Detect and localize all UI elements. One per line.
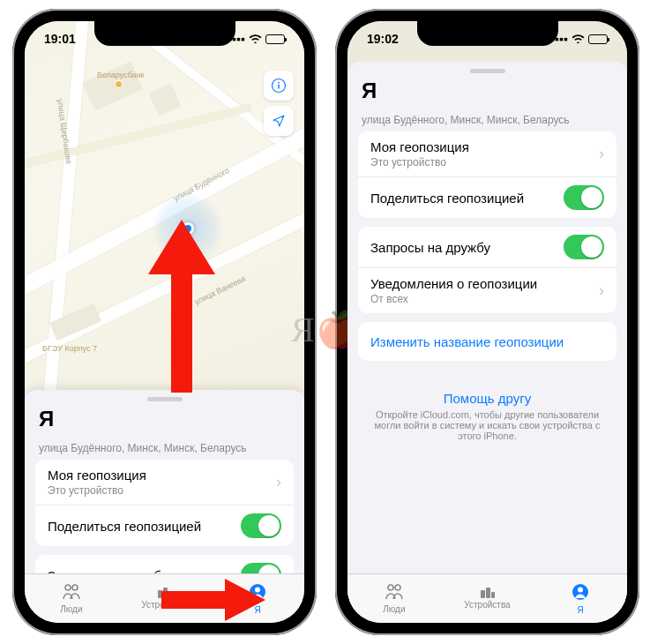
person-circle-icon: [572, 583, 589, 603]
chevron-right-icon: ›: [276, 473, 281, 491]
people-icon: [61, 584, 82, 603]
row-label: Поделиться геопозицией: [48, 519, 201, 534]
tab-label: Я: [578, 605, 584, 615]
row-location-notifications[interactable]: Уведомления о геопозиции От всех ›: [358, 267, 616, 313]
help-desc: Откройте iCloud.com, чтобы другие пользо…: [369, 409, 606, 441]
row-share-location[interactable]: Поделиться геопозицией: [35, 505, 294, 546]
wifi-icon: [249, 32, 262, 46]
row-label: Моя геопозиция: [370, 139, 469, 154]
people-icon: [384, 584, 405, 603]
status-time: 19:01: [44, 32, 76, 46]
row-rename-location[interactable]: Изменить название геопозиции: [358, 322, 616, 361]
battery-icon: [265, 34, 285, 44]
svg-point-3: [65, 585, 71, 590]
row-label: Моя геопозиция: [48, 468, 146, 483]
screen-left: 19:01 ▪▪▪▪ Беларусбанк улица Будённого у…: [25, 21, 304, 623]
screen-right: 19:02 ▪▪▪▪ Я улица Будённого, Минск, Мин…: [347, 21, 627, 623]
row-share-location[interactable]: Поделиться геопозицией: [358, 176, 616, 218]
battery-icon: [588, 34, 608, 44]
svg-point-9: [388, 585, 393, 590]
svg-marker-7: [148, 220, 215, 393]
svg-rect-2: [278, 85, 280, 89]
svg-point-1: [278, 82, 280, 84]
me-full-sheet[interactable]: Я улица Будённого, Минск, Минск, Беларус…: [347, 62, 627, 573]
tab-devices[interactable]: Устройства: [441, 574, 534, 623]
friend-requests-toggle[interactable]: [564, 235, 604, 259]
share-location-toggle[interactable]: [564, 185, 604, 210]
row-label: Поделиться геопозицией: [370, 191, 524, 206]
tab-label: Устройства: [464, 600, 510, 610]
status-time: 19:02: [367, 32, 399, 46]
sheet-address: улица Будённого, Минск, Минск, Беларусь: [347, 105, 627, 131]
bldg-label: БГЭУ Корпус 7: [42, 344, 97, 353]
svg-marker-8: [161, 579, 265, 621]
sheet-handle[interactable]: [147, 397, 183, 401]
tutorial-arrow-up: [146, 220, 217, 396]
chevron-right-icon: ›: [599, 145, 604, 163]
row-label: Уведомления о геопозиции: [370, 276, 537, 291]
chevron-right-icon: ›: [599, 281, 604, 300]
phone-left: 19:01 ▪▪▪▪ Беларусбанк улица Будённого у…: [12, 9, 317, 635]
row-sub: От всех: [370, 293, 537, 305]
row-friend-requests[interactable]: Запросы на дружбу: [358, 227, 616, 267]
settings-card-2: Запросы на дружбу Уведомления о геопозиц…: [358, 227, 616, 313]
sheet-title: Я: [25, 405, 304, 433]
svg-point-4: [72, 585, 78, 590]
phone-right: 19:02 ▪▪▪▪ Я улица Будённого, Минск, Мин…: [335, 9, 639, 635]
map-recenter-button[interactable]: [264, 106, 294, 136]
svg-point-12: [578, 587, 583, 592]
tab-me[interactable]: Я: [534, 574, 627, 623]
sheet-title: Я: [347, 77, 627, 105]
svg-point-10: [395, 585, 400, 590]
tab-people[interactable]: Люди: [25, 574, 118, 623]
share-location-toggle[interactable]: [241, 513, 281, 538]
tab-label: Люди: [60, 604, 82, 614]
notch: [417, 21, 558, 46]
sheet-address: улица Будённого, Минск, Минск, Беларусь: [25, 433, 304, 460]
help-friend-section[interactable]: Помощь другу Откройте iCloud.com, чтобы …: [347, 377, 627, 455]
settings-card-1: Моя геопозиция Это устройство › Поделить…: [35, 460, 294, 546]
settings-card-1: Моя геопозиция Это устройство › Поделить…: [358, 131, 616, 218]
row-label: Изменить название геопозиции: [370, 334, 564, 349]
tutorial-arrow-right: [161, 579, 267, 623]
notch: [94, 21, 235, 46]
row-label: Запросы на дружбу: [370, 240, 490, 255]
wifi-icon: [572, 32, 585, 46]
tab-people[interactable]: Люди: [347, 574, 441, 623]
devices-icon: [481, 588, 495, 598]
tab-bar: Люди Устройства Я: [347, 573, 627, 623]
settings-card-3: Изменить название геопозиции: [358, 322, 616, 361]
row-sub: Это устройство: [370, 156, 469, 168]
row-my-location[interactable]: Моя геопозиция Это устройство ›: [358, 131, 616, 176]
poi-label-bank: Беларусбанк: [97, 71, 145, 79]
map-info-button[interactable]: [264, 71, 294, 101]
sheet-handle[interactable]: [470, 69, 505, 73]
tab-label: Люди: [383, 604, 405, 614]
help-title: Помощь другу: [369, 391, 606, 406]
me-bottom-sheet[interactable]: Я улица Будённого, Минск, Минск, Беларус…: [25, 390, 304, 573]
row-sub: Это устройство: [48, 484, 146, 497]
poi-bank[interactable]: [116, 81, 122, 87]
row-my-location[interactable]: Моя геопозиция Это устройство ›: [35, 460, 294, 505]
